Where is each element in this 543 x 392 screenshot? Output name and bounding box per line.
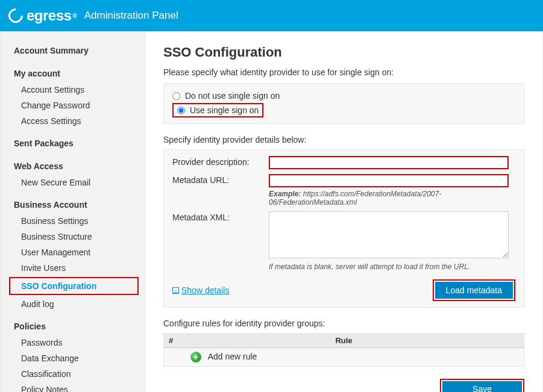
sidebar-item-access-settings[interactable]: Access Settings <box>1 113 145 129</box>
rules-col-rule: Rule <box>186 334 503 348</box>
add-new-rule-label: Add new rule <box>208 352 257 361</box>
rules-table: # Rule + Add new rule <box>163 333 524 367</box>
metadata-xml-textarea[interactable] <box>269 211 509 258</box>
metadata-blank-note: If metadata is blank, server will attemp… <box>269 263 515 271</box>
sidebar-item-policy-notes[interactable]: Policy Notes <box>1 382 145 392</box>
logo-mark-icon <box>5 5 26 26</box>
sidebar-item-classification[interactable]: Classification <box>1 366 145 382</box>
sso-mode-panel: Do not use single sign on Use single sig… <box>163 83 524 124</box>
sidebar-item-passwords[interactable]: Passwords <box>1 335 145 350</box>
registered-mark: ® <box>72 13 77 19</box>
sidebar-item-business-settings[interactable]: Business Settings <box>1 213 145 229</box>
label-metadata-xml: Metadata XML: <box>172 211 269 222</box>
example-prefix: Example: <box>269 190 301 198</box>
brand-name: egress <box>27 7 71 24</box>
radio-use-sso-label: Use single sign on <box>190 105 259 115</box>
chevron-down-icon: ⌄ <box>172 287 179 294</box>
label-provider-description: Provider description: <box>172 156 269 167</box>
save-button[interactable]: Save <box>442 381 522 392</box>
sidebar-item-invite-users[interactable]: Invite Users <box>1 260 145 276</box>
sidebar: Account Summary My account Account Setti… <box>1 31 145 392</box>
metadata-url-example: Example: https://adfs.com/FederationMeta… <box>269 190 515 207</box>
sidebar-section-business-account[interactable]: Business Account <box>1 196 145 213</box>
sidebar-item-data-exchange[interactable]: Data Exchange <box>1 350 145 366</box>
sidebar-section-sent-packages[interactable]: Sent Packages <box>1 135 145 152</box>
provider-description-input[interactable] <box>269 156 509 169</box>
metadata-url-input[interactable] <box>269 174 509 187</box>
sidebar-item-sso-configuration[interactable]: SSO Configuration <box>9 277 139 295</box>
brand-logo: egress ® <box>8 7 77 24</box>
page-title: SSO Configuration <box>163 45 524 60</box>
sidebar-section-policies[interactable]: Policies <box>1 318 145 335</box>
radio-row-no-sso[interactable]: Do not use single sign on <box>172 90 515 102</box>
main-content: SSO Configuration Please specify what id… <box>145 31 542 392</box>
rules-intro: Configure rules for identity provider gr… <box>163 319 524 328</box>
rules-col-actions <box>503 334 524 348</box>
sidebar-item-change-password[interactable]: Change Password <box>1 98 145 113</box>
sidebar-item-new-secure-email[interactable]: New Secure Email <box>1 175 145 190</box>
show-details-link[interactable]: ⌄ Show details <box>172 285 229 295</box>
load-metadata-button[interactable]: Load metadata <box>435 282 513 299</box>
add-icon: + <box>190 352 201 362</box>
radio-use-sso[interactable] <box>177 107 185 114</box>
load-metadata-highlight: Load metadata <box>433 279 515 301</box>
radio-row-use-sso[interactable]: Use single sign on <box>172 103 263 117</box>
sidebar-item-account-settings[interactable]: Account Settings <box>1 82 145 98</box>
identity-details-heading: Specify identity provider details below: <box>163 135 524 145</box>
add-new-rule-row[interactable]: + Add new rule <box>164 348 524 367</box>
intro-text: Please specify what identity provider to… <box>163 67 524 77</box>
top-bar: egress ® Administration Panel <box>0 0 543 31</box>
sidebar-section-web-access[interactable]: Web Access <box>1 158 145 175</box>
sidebar-item-user-management[interactable]: User Management <box>1 244 145 260</box>
radio-no-sso[interactable] <box>172 92 180 100</box>
panel-title: Administration Panel <box>84 10 178 22</box>
label-metadata-url: Metadata URL: <box>172 174 269 185</box>
identity-details-panel: Provider description: Metadata URL: Exam… <box>163 149 524 308</box>
sidebar-item-audit-log[interactable]: Audit log <box>1 296 145 312</box>
sidebar-section-account-summary[interactable]: Account Summary <box>1 42 145 59</box>
rules-col-hash: # <box>164 334 186 348</box>
radio-no-sso-label: Do not use single sign on <box>185 91 280 101</box>
sidebar-section-my-account[interactable]: My account <box>1 65 145 82</box>
show-details-label: Show details <box>181 285 229 295</box>
sidebar-item-business-structure[interactable]: Business Structure <box>1 229 145 244</box>
save-highlight: Save <box>440 379 524 392</box>
